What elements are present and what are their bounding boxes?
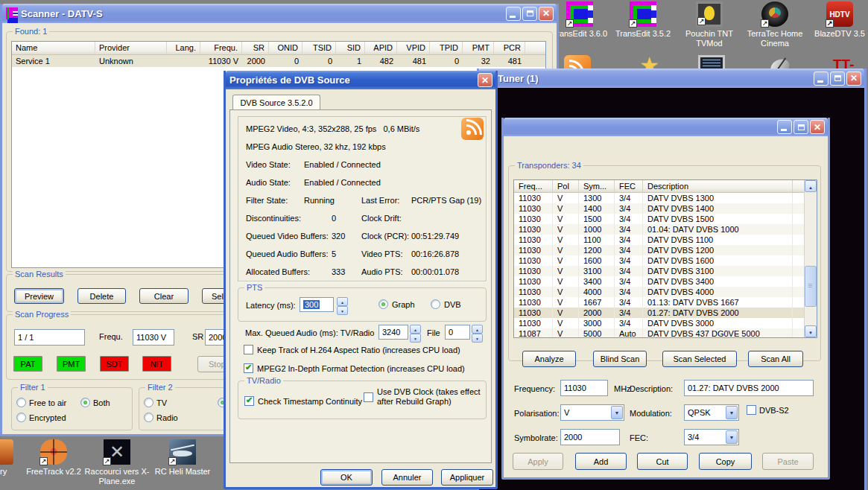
desktop-icon-xplane[interactable]: Raccourci vers X-Plane.exe bbox=[83, 439, 151, 486]
polarisation-select[interactable]: V bbox=[560, 404, 624, 421]
audio-pts-label: Audio PTS: bbox=[361, 267, 403, 276]
table-row[interactable]: 11030V16673/401.13: DATV DVBS 1667 bbox=[514, 297, 817, 308]
minimize-button[interactable] bbox=[777, 120, 792, 134]
graph-radio[interactable] bbox=[378, 299, 388, 309]
minimize-button[interactable] bbox=[814, 71, 829, 86]
radio-radio[interactable] bbox=[144, 413, 153, 422]
xplane-icon bbox=[104, 439, 130, 465]
apply-button[interactable]: Appliquer bbox=[441, 469, 493, 486]
cut-button[interactable]: Cut bbox=[637, 453, 688, 470]
transponder-list[interactable]: Freq...PolSym...FECDescription 11030V130… bbox=[513, 179, 817, 338]
scrollbar-thumb[interactable] bbox=[805, 266, 817, 307]
maximize-button[interactable] bbox=[793, 120, 808, 134]
h264-aspect-checkbox[interactable] bbox=[244, 345, 253, 354]
frequency-field[interactable]: 11030 V bbox=[133, 329, 174, 346]
close-button[interactable]: ✕ bbox=[539, 7, 554, 21]
dialog-titlebar[interactable]: Propriétés de DVB Source ✕ bbox=[226, 71, 495, 89]
encrypted-radio[interactable] bbox=[16, 413, 26, 422]
scanner-titlebar[interactable]: Scanner - DATV-S ✕ bbox=[2, 4, 557, 23]
close-button[interactable]: ✕ bbox=[810, 120, 825, 134]
chevron-down-icon[interactable] bbox=[611, 406, 623, 419]
desktop-icon-terratec[interactable]: TerraTec Home Cinema bbox=[741, 1, 808, 48]
file-field[interactable]: 0 bbox=[445, 325, 470, 340]
table-row[interactable]: 11030V16003/4DATV DVBS 1600 bbox=[514, 255, 817, 266]
queued-video-label: Queued Video Buffers: bbox=[246, 232, 329, 241]
desktop-icon-label: TerraTec Home Cinema bbox=[741, 29, 808, 48]
file-stepper[interactable] bbox=[472, 325, 483, 340]
tuner-titlebar[interactable]: Tuner (1) ✕ bbox=[479, 69, 864, 88]
table-row[interactable]: 11030V30003/4DATV DVBS 3000 bbox=[514, 318, 817, 328]
description-field[interactable]: 01.27: DATV DVBS 2000 bbox=[684, 380, 814, 396]
last-error-label: Last Error: bbox=[361, 196, 399, 205]
free-to-air-radio[interactable] bbox=[16, 398, 26, 407]
add-button[interactable]: Add bbox=[575, 453, 627, 470]
max-queued-audio-field[interactable]: 3240 bbox=[378, 325, 408, 340]
scrollbar[interactable] bbox=[804, 180, 817, 337]
desktop-icon-freetrack[interactable]: FreeTrack v2.2 bbox=[20, 439, 87, 477]
clear-button[interactable]: Clear bbox=[139, 288, 189, 304]
transponder-list-header[interactable]: Freq...PolSym...FECDescription bbox=[514, 180, 817, 193]
chevron-down-icon[interactable] bbox=[726, 430, 738, 444]
table-row[interactable]: 11030V20003/401.27: DATV DVBS 2000 bbox=[514, 308, 817, 318]
table-row[interactable]: 11030V14003/4DATV DVBS 1400 bbox=[514, 203, 817, 214]
ok-button[interactable]: OK bbox=[320, 469, 373, 486]
tuner-settings-titlebar[interactable]: ✕ bbox=[504, 118, 828, 136]
tab-dvb-source[interactable]: DVB Source 3.5.2.0 bbox=[232, 95, 320, 110]
analyze-button[interactable]: Analyze bbox=[522, 351, 576, 367]
discontinuities-value: 0 bbox=[332, 214, 336, 223]
latency-stepper[interactable] bbox=[337, 297, 348, 312]
table-row[interactable]: 11030V11003/4DATV DVBS 1100 bbox=[514, 235, 817, 245]
table-row[interactable]: 11030V10003/401.04: DATV DVBS 1000 bbox=[514, 224, 817, 235]
use-dvb-clock-checkbox[interactable] bbox=[364, 392, 373, 402]
fec-select[interactable]: 3/4 bbox=[684, 429, 739, 445]
table-row[interactable]: Service 1Unknown11030 V20000014824810324… bbox=[12, 55, 545, 67]
progress-field[interactable]: 1 / 1 bbox=[14, 329, 85, 346]
dvbs2-label: DVB-S2 bbox=[759, 406, 789, 415]
desktop-icon-label: FreeTrack v2.2 bbox=[20, 467, 87, 477]
desktop-icon-pouchin[interactable]: Pouchin TNT TVMod bbox=[676, 1, 743, 48]
desktop-icon-rc-heli[interactable]: RC Heli Master bbox=[149, 439, 216, 477]
scroll-up-icon[interactable] bbox=[805, 180, 817, 192]
blind-scan-button[interactable]: Blind Scan bbox=[593, 351, 647, 367]
table-row[interactable]: 11030V15003/4DATV DVBS 1500 bbox=[514, 214, 817, 224]
table-row[interactable]: 11030V12003/4DATV DVBS 1200 bbox=[514, 245, 817, 255]
maximize-button[interactable] bbox=[830, 71, 845, 86]
maximize-button[interactable] bbox=[522, 7, 537, 21]
h264-aspect-label: Keep Track of H.264 Aspect Ratio (increa… bbox=[257, 346, 460, 354]
dvb-radio[interactable] bbox=[431, 299, 440, 309]
transedit-icon bbox=[6, 7, 18, 19]
scan-progress-label: Scan Progress bbox=[13, 310, 71, 319]
dvbs2-checkbox[interactable] bbox=[747, 405, 756, 415]
table-row[interactable]: 11030V34003/4DATV DVBS 3400 bbox=[514, 276, 817, 287]
shortcut-arrow-icon bbox=[826, 19, 834, 28]
close-button[interactable]: ✕ bbox=[478, 73, 492, 87]
dialog-title: Propriétés de DVB Source bbox=[229, 74, 476, 86]
chevron-down-icon[interactable] bbox=[726, 406, 738, 419]
scroll-down-icon[interactable] bbox=[805, 325, 817, 337]
max-queued-stepper[interactable] bbox=[410, 325, 421, 340]
mpeg2-indepth-checkbox[interactable] bbox=[244, 363, 253, 373]
desktop-icon-transedit-352[interactable]: TransEdit 3.5.2 bbox=[609, 1, 677, 39]
scan-all-button[interactable]: Scan All bbox=[748, 351, 803, 367]
desktop-icon-blazedtv[interactable]: HDTV BlazeDTV 3.5 bbox=[806, 1, 868, 39]
frequency-field[interactable]: 11030 bbox=[560, 380, 608, 396]
timestamp-continuity-checkbox[interactable] bbox=[244, 396, 254, 406]
copy-button[interactable]: Copy bbox=[699, 453, 752, 470]
cancel-button[interactable]: Annuler bbox=[381, 469, 433, 486]
tv-radio[interactable] bbox=[144, 398, 153, 407]
modulation-select[interactable]: QPSK bbox=[684, 404, 739, 421]
close-button[interactable]: ✕ bbox=[846, 71, 861, 86]
stream-info-frame: MPEG2 Video, 4:3, 352x288, 25 fps 0,6 MB… bbox=[238, 116, 487, 281]
minimize-button[interactable] bbox=[506, 7, 521, 21]
delete-button[interactable]: Delete bbox=[77, 288, 126, 304]
symbolrate-field[interactable]: 2000 bbox=[560, 429, 620, 445]
services-table-header[interactable]: NameProviderLang.Frequ.SRONIDTSIDSIDAPID… bbox=[12, 42, 545, 55]
preview-button[interactable]: Preview bbox=[14, 288, 64, 304]
table-row[interactable]: 11087V5000AutoDATV DVBS 437 DG0VE 5000 bbox=[514, 328, 817, 338]
table-row[interactable]: 11030V13003/4DATV DVBS 1300 bbox=[514, 193, 817, 203]
latency-field[interactable]: 300 bbox=[300, 297, 334, 312]
both-radio[interactable] bbox=[80, 398, 90, 407]
scan-selected-button[interactable]: Scan Selected bbox=[662, 351, 737, 367]
table-row[interactable]: 11030V40003/4DATV DVBS 4000 bbox=[514, 287, 817, 297]
table-row[interactable]: 11030V31003/4DATV DVBS 3100 bbox=[514, 266, 817, 276]
